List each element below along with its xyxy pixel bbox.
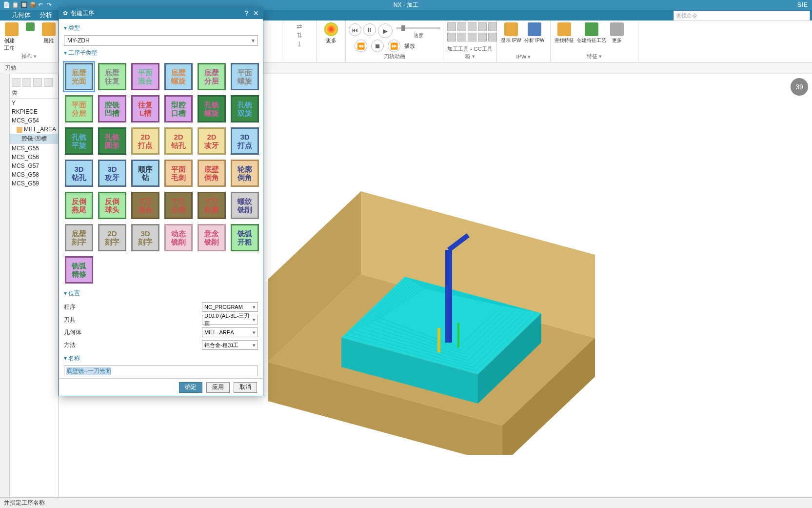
- properties-button[interactable]: 属性: [41, 22, 57, 44]
- dialog-titlebar[interactable]: ✿ 创建工序 ? ✕: [59, 7, 263, 19]
- subtype-button[interactable]: 2D 攻牙: [198, 127, 226, 155]
- more-button[interactable]: 更多: [609, 22, 625, 44]
- subtype-button[interactable]: 底壁 分层: [198, 63, 226, 90]
- menu-tab-analysis[interactable]: 分析: [40, 11, 52, 20]
- subtype-button[interactable]: 型腔 口槽: [164, 95, 193, 122]
- tree-node[interactable]: MCS_G54: [10, 116, 58, 125]
- tree-node[interactable]: MCS_G58: [10, 170, 58, 179]
- subtype-button[interactable]: 螺纹 铣削: [231, 192, 259, 219]
- section-subtype[interactable]: 工序子类型: [64, 46, 258, 60]
- subtype-button[interactable]: 平面 混合: [131, 63, 159, 90]
- play-button[interactable]: ▶: [378, 23, 393, 38]
- qat-icon[interactable]: ↷: [47, 1, 54, 8]
- speed-slider[interactable]: [396, 27, 440, 29]
- section-name[interactable]: 名称: [64, 351, 258, 366]
- tool-label: 刀具: [64, 316, 76, 324]
- status-text: 并指定工序名称: [4, 499, 45, 507]
- create-op-icon: [5, 22, 19, 36]
- apply-button[interactable]: 应用: [206, 382, 230, 393]
- tree-node[interactable]: MCS_G55: [10, 144, 58, 153]
- cancel-button[interactable]: 取消: [234, 382, 257, 393]
- subtype-button[interactable]: 往复 L槽: [131, 95, 159, 122]
- method-dropdown[interactable]: 铝合金-粗加工▾: [202, 340, 258, 350]
- qat-icon[interactable]: 🔲: [20, 1, 27, 8]
- ribbon-group-label: 加工工具 - GC工具箱 ▾: [447, 45, 493, 60]
- ok-button[interactable]: 确定: [179, 382, 202, 393]
- subtype-button[interactable]: 底壁 倒角: [198, 160, 226, 187]
- tree-node[interactable]: MCS_G59: [10, 179, 58, 188]
- pause-button[interactable]: ⏸: [363, 23, 376, 36]
- operation-name-input[interactable]: 底壁铣--一刀光面: [64, 366, 258, 376]
- tree-node[interactable]: MCS_G56: [10, 153, 58, 162]
- geometry-dropdown[interactable]: MILL_AREA▾: [202, 327, 258, 337]
- subtype-button[interactable]: 顺序 钻: [131, 160, 159, 187]
- section-location[interactable]: 位置: [64, 286, 258, 301]
- step-fwd-button[interactable]: ⏩: [388, 40, 400, 52]
- subtype-button[interactable]: 3D 刻字: [131, 224, 159, 251]
- subtype-button[interactable]: 底壁 螺旋: [164, 63, 193, 90]
- subtype-button[interactable]: 平面 分层: [65, 95, 93, 122]
- qat-icon[interactable]: 📋: [12, 1, 19, 8]
- qat-icon[interactable]: 📄: [3, 1, 10, 8]
- subtype-button[interactable]: T刀 轮廓: [198, 192, 226, 219]
- subtype-button[interactable]: 轮廓 倒角: [231, 160, 259, 187]
- command-search[interactable]: 查找命令: [673, 11, 810, 20]
- tree-node[interactable]: Y: [10, 99, 58, 107]
- tree-tool-icon[interactable]: [22, 78, 31, 87]
- subtype-button[interactable]: 底壁 光面: [65, 63, 93, 90]
- help-icon[interactable]: ?: [244, 9, 248, 17]
- subtype-button[interactable]: 腔铣 凹槽: [98, 95, 126, 122]
- subtype-button[interactable]: 底壁 刻字: [65, 224, 93, 251]
- skip-back-button[interactable]: ⏮: [349, 23, 361, 36]
- tool-icon-grid[interactable]: [447, 22, 497, 41]
- tree-node[interactable]: MCS_G57: [10, 162, 58, 170]
- subtype-button[interactable]: T刀 混合: [131, 192, 159, 219]
- subtype-button[interactable]: 反倒 燕尾: [65, 192, 93, 219]
- subtype-button[interactable]: 孔铣 螺旋: [198, 95, 226, 122]
- subtype-button[interactable]: 3D 钻孔: [65, 160, 93, 187]
- subtype-button[interactable]: 平面 螺旋: [231, 63, 259, 90]
- stop-button[interactable]: ⏹: [371, 40, 384, 52]
- ribbon-button[interactable]: [22, 22, 38, 31]
- subtype-button[interactable]: 铣弧 精修: [65, 256, 93, 284]
- tree-node[interactable]: MILL_AREA: [10, 125, 58, 134]
- show-ipw-button[interactable]: 显示 IPW: [501, 22, 521, 44]
- subtype-button[interactable]: 反倒 球头: [98, 192, 126, 219]
- ribbon-group-label: IPW ▾: [501, 54, 546, 60]
- tool-dropdown[interactable]: D10.0 (AL-3E-三刃直▾: [202, 315, 258, 325]
- find-feature-button[interactable]: 查找特征: [555, 22, 574, 44]
- subtype-button[interactable]: 平面 毛刺: [164, 160, 193, 187]
- create-feature-button[interactable]: 创建特征工艺: [577, 22, 606, 44]
- subtype-button[interactable]: 3D 打点: [231, 127, 259, 155]
- tree-tool-icon[interactable]: [33, 78, 42, 87]
- qat-icon[interactable]: 📦: [29, 1, 36, 8]
- subtype-button[interactable]: T刀 分层: [164, 192, 193, 219]
- tree-tool-icon[interactable]: [44, 78, 53, 87]
- subtype-button[interactable]: 2D 钻孔: [164, 127, 193, 155]
- subtype-button[interactable]: 动态 铣削: [164, 224, 193, 251]
- create-operation-button[interactable]: 创建工序: [4, 22, 20, 52]
- close-icon[interactable]: ✕: [253, 9, 259, 17]
- subtype-button[interactable]: 孔铣 圆形: [98, 127, 126, 155]
- program-dropdown[interactable]: NC_PROGRAM▾: [202, 302, 258, 312]
- step-back-button[interactable]: ⏪: [355, 40, 367, 52]
- subtype-button[interactable]: 2D 打点: [131, 127, 159, 155]
- subtype-button[interactable]: 意念 铣削: [198, 224, 226, 251]
- tree-header: 类: [10, 88, 58, 99]
- subtype-button[interactable]: 铣弧 开粗: [231, 224, 259, 251]
- subtype-button[interactable]: 孔铣 双旋: [231, 95, 259, 122]
- qat-icon[interactable]: ↶: [38, 1, 45, 8]
- more-button[interactable]: 更多: [320, 22, 341, 44]
- tree-node[interactable]: RKPIECE: [10, 107, 58, 116]
- tree-node[interactable]: 腔铣-凹槽: [10, 134, 58, 144]
- type-dropdown[interactable]: MY-ZDH ▾: [64, 35, 258, 46]
- subtype-button[interactable]: 3D 攻牙: [98, 160, 126, 187]
- menu-tab-geometry[interactable]: 几何体: [12, 11, 31, 20]
- subtype-button[interactable]: 孔铣 平旋: [65, 127, 93, 155]
- subtype-button[interactable]: 底壁 往复: [98, 63, 126, 90]
- tree-tool-icon[interactable]: [12, 78, 20, 87]
- analyze-ipw-button[interactable]: 分析 IPW: [524, 22, 545, 44]
- section-type[interactable]: 类型: [64, 21, 258, 35]
- tab-toolpath[interactable]: 刀轨: [5, 64, 17, 72]
- subtype-button[interactable]: 2D 刻字: [98, 224, 126, 251]
